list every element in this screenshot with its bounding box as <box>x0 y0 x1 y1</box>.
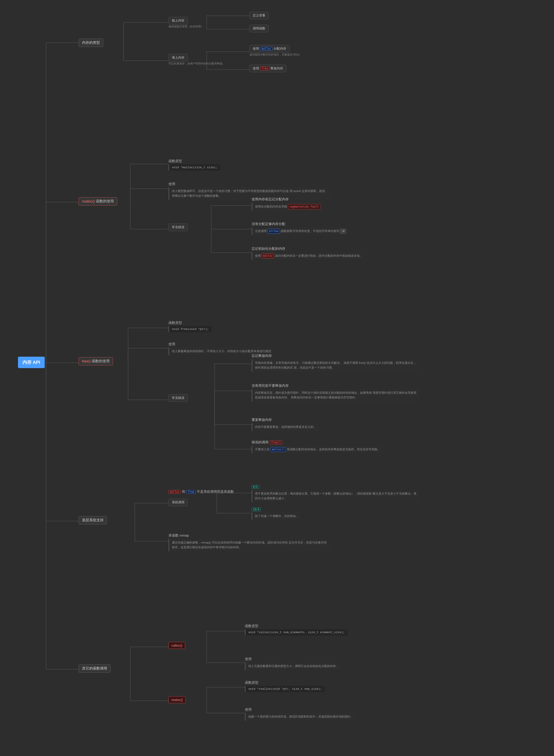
free-usage-group: 使用 传入要被释放内存的指针，不用传入大小，内存的大小由分配库本身进行跟踪 <box>168 342 274 355</box>
free-sys-badge: free <box>186 490 196 494</box>
malloc-err3-group: 忘记初始化分配的内存 使用 malloc 成功分配内存后一定要进行初始，因为分配… <box>252 247 365 260</box>
free-release-node: 使用 free 释放内存 <box>250 65 286 72</box>
root-label: 内存 API <box>18 357 45 368</box>
null-term-badge: \0 <box>340 229 346 234</box>
calloc-proto-group: 函数原型 void *calloc(size_t num_elements, s… <box>245 624 347 635</box>
realloc-proto-label: 函数原型 <box>245 681 325 685</box>
malloc-sys-badge: malloc <box>168 490 181 494</box>
realloc-node: realoc() <box>168 696 186 704</box>
define-var-label: 定义变量 <box>250 12 269 19</box>
malloc-badge-inline: malloc <box>262 253 274 258</box>
memory-types-label: 内存的类型 <box>78 39 103 47</box>
calloc-usage-group: 使用 传入元素的数量和元素的类型大小，调用它会自动初始化分配的内存。 <box>245 657 341 670</box>
syscalls-node: 系统调用 <box>168 499 188 506</box>
heap-memory-subtitle: 可以长期保存，由用户管理内存的分配和释放。 <box>168 62 225 66</box>
realloc-usage-label: 使用 <box>245 707 356 712</box>
malloc-alloc-label: 使用 malloc 分配内存 <box>250 45 290 53</box>
malloc-proto-code: void *malloc(size_t size); <box>168 164 220 170</box>
free-err1-label: 忘记释放内存 <box>252 354 420 358</box>
free-err3-desc: 内存不能重复释放，这样做的结果是未定义的。 <box>252 423 319 431</box>
free-proto-label: 函数原型 <box>168 321 211 325</box>
malloc-err3-label: 忘记初始化分配的内存 <box>252 247 365 251</box>
mindmap-container: 内存 API 内存的类型 栈上内存 编译器隐式管理（自动管理） 定义变量 调用函… <box>4 4 539 746</box>
malloc-usage-label: 使用 <box>168 182 330 186</box>
free-usage-label: 使用 <box>168 342 274 346</box>
malloc-proto-group: 函数原型 void *malloc(size_t size); <box>168 159 220 170</box>
free-err3-group: 重复释放内存 内存不能重复释放，这样做的结果是未定义的。 <box>252 418 319 431</box>
free-func-text: 函数的使用 <box>92 359 110 364</box>
malloc-func-label: malloc() 函数的使用 <box>78 197 117 206</box>
free-badge: free() <box>82 359 91 363</box>
calloc-proto-code: void *calloc(size_t num_elements, size_t… <box>245 629 347 635</box>
underlying-intro-text: malloc 和 free 不是系统调用而是库函数 <box>168 489 234 494</box>
free-errors-group: 常见错误 <box>168 394 188 402</box>
mmap-desc: 通过传递正确的参数，mmap() 可以在你的程序内创建一个匿名内存区域。该区域与… <box>168 539 330 551</box>
realloc-proto-group: 函数原型 void *realloc(void *ptr, size_t new… <box>245 681 325 692</box>
stack-memory-subtitle: 编译器隐式管理（自动管理） <box>168 25 204 28</box>
call-func-label: 调用函数 <box>250 25 269 32</box>
l1-other-funcs: 其它的函数调用 <box>78 664 111 673</box>
brk-desc: 用于更改程序的断点位置：堆的接收位置。它接受一个参数（新断点的地址），因此根据新… <box>252 490 420 503</box>
l1-malloc-func: malloc() 函数的使用 <box>78 197 117 206</box>
free-err2-label: 没有用完前不要释放内存 <box>252 384 420 388</box>
free-func-label: free() 函数的使用 <box>78 357 113 365</box>
syscalls-label: 系统调用 <box>168 499 188 506</box>
calloc-usage-text: 传入元素的数量和元素的类型大小，调用它会自动初始化分配的内存。 <box>245 662 341 670</box>
underlying-intro: malloc 和 free 不是系统调用而是库函数 <box>168 489 234 494</box>
brk-label: brk <box>252 485 420 489</box>
stack-memory-node: 栈上内存 编译器隐式管理（自动管理） <box>168 17 204 28</box>
sbrk-desc: 除了传递一个增量外，目的类似。 <box>252 512 301 520</box>
calloc-proto-label: 函数原型 <box>245 624 347 628</box>
realloc-usage-text: 创建一个新的更大的内存区域，将旧区域复制到其中，并返回指向新区域的指针。 <box>245 713 356 721</box>
malloc-err3-desc: 使用 malloc 成功分配内存后一定要进行初始，因为分配的内存中初始值是未知。 <box>252 252 365 260</box>
malloc-func-text: 函数的使用 <box>96 199 114 204</box>
heap-memory-node: 堆上内存 可以长期保存，由用户管理内存的分配和释放。 <box>168 54 225 66</box>
mmap-label: 库函数 mmap <box>168 533 330 538</box>
stack-memory-label: 栈上内存 <box>168 17 188 24</box>
malloc-err1-group: 使用内存前忘记分配内存 使用未分配的内存会导致 segmentation_fau… <box>252 197 323 211</box>
free-err3-label: 重复释放内存 <box>252 418 319 422</box>
realloc-usage-group: 使用 创建一个新的更大的内存区域，将旧区域复制到其中，并返回指向新区域的指针。 <box>245 707 356 721</box>
calloc-usage-label: 使用 <box>245 657 341 661</box>
free-err4-group: 错误的调用 free() 不要传入非 malloc() 库函数分配内存的地址，这… <box>252 440 383 454</box>
heap-memory-label: 堆上内存 <box>168 54 188 62</box>
define-var-node: 定义变量 <box>250 12 269 19</box>
segfault-badge: segmentation_fault <box>288 204 320 209</box>
free-err1-desc: 导致内存泄漏，从而导致内存耗尽。只能通过重启系统的方式解决。 虽然不调用 fre… <box>252 359 420 372</box>
free-release-label: 使用 free 释放内存 <box>250 65 286 72</box>
malloc-err2-group: 没有分配足够内存分配 注意调用 strlen 函数获取字符串的长度，不包结字符串… <box>252 222 349 235</box>
free-err4-desc: 不要传入非 malloc() 库函数分配内存的地址，这样的内存释放效是无效的，而… <box>252 446 383 454</box>
free-call-badge: free() <box>270 441 282 444</box>
sbrk-label: sbrk <box>252 508 301 511</box>
calloc-node: calloc() <box>168 642 185 649</box>
malloc-errors-label: 常见错误 <box>168 224 188 231</box>
brk-badge: brk <box>252 485 259 489</box>
free-proto-code: void free(void *ptr); <box>168 326 211 332</box>
malloc-proto-label: 函数原型 <box>168 159 220 163</box>
brk-node: brk 用于更改程序的断点位置：堆的接收位置。它接受一个参数（新断点的地址），因… <box>252 485 420 503</box>
realloc-proto-code: void *realloc(void *ptr, size_t new_size… <box>245 686 325 692</box>
malloc-alloc-desc: 成功返回分配内存的地址，失败返回 NULL <box>250 53 300 57</box>
malloc-errors-group: 常见错误 <box>168 224 188 231</box>
realloc-badge: realoc() <box>168 696 186 703</box>
malloc-err1-desc: 使用未分配的内存会导致 segmentation_fault <box>252 202 323 211</box>
malloc-ref-badge: malloc() <box>271 447 286 452</box>
free-err2-desc: 内存释放完后，指针成为悬空指针，同时这个指针还指着之前分配的内存的地址，如果再使… <box>252 389 420 402</box>
underlying-label: 底层系统支持 <box>78 516 107 524</box>
malloc-err2-label: 没有分配足够内存分配 <box>252 222 349 226</box>
l1-free-func: free() 函数的使用 <box>78 357 113 365</box>
malloc-badge: malloc() <box>82 199 95 203</box>
sbrk-badge: sbrk <box>252 508 261 511</box>
free-err2-group: 没有用完前不要释放内存 内存释放完后，指针成为悬空指针，同时这个指针还指着之前分… <box>252 384 420 402</box>
strlen-badge: strlen <box>268 229 280 234</box>
free-proto-group: 函数原型 void free(void *ptr); <box>168 321 211 332</box>
malloc-err2-desc: 注意调用 strlen 函数获取字符串的长度，不包结字符串结束符 \0 <box>252 227 349 235</box>
sbrk-node: sbrk 除了传递一个增量外，目的类似。 <box>252 508 301 520</box>
call-func-node: 调用函数 <box>250 25 269 32</box>
malloc-err1-label: 使用内存前忘记分配内存 <box>252 197 323 201</box>
free-errors-label: 常见错误 <box>168 394 188 402</box>
other-funcs-label: 其它的函数调用 <box>78 664 111 673</box>
malloc-alloc-node: 使用 malloc 分配内存 成功返回分配内存的地址，失败返回 NULL <box>250 45 300 57</box>
free-err4-label: 错误的调用 free() <box>252 440 383 445</box>
root-node: 内存 API <box>18 357 45 368</box>
